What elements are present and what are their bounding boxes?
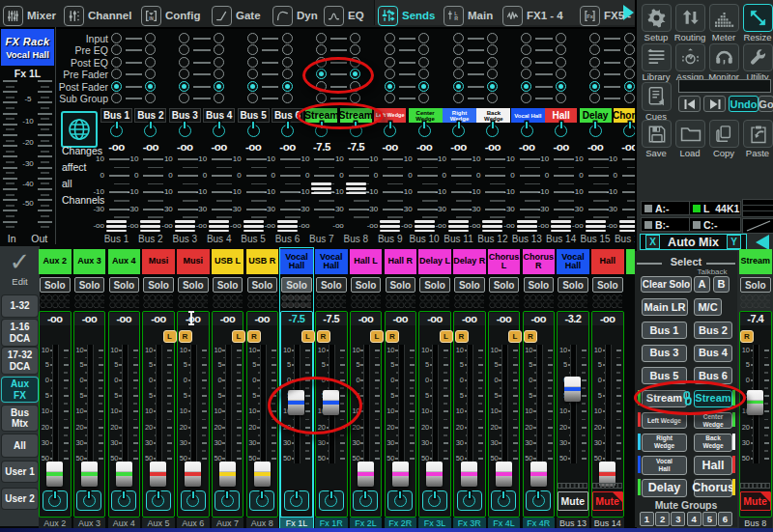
matrix-tap-post-fader-bus8[interactable] bbox=[350, 81, 360, 92]
matrix-tap-sub-group-bus15[interactable] bbox=[589, 93, 600, 103]
strip-name[interactable]: Delay L bbox=[418, 249, 451, 274]
channel-on-button[interactable] bbox=[491, 490, 516, 511]
go-button[interactable]: Go bbox=[759, 96, 773, 112]
solo-button[interactable]: Solo bbox=[316, 277, 347, 293]
matrix-tap-pre-fader-bus4[interactable] bbox=[214, 69, 224, 79]
send-fader-handle-2[interactable] bbox=[140, 220, 160, 231]
send-bus-header-1[interactable]: Bus 1 bbox=[100, 108, 132, 123]
fader-track[interactable] bbox=[122, 345, 129, 463]
matrix-tap-pre-eq-bus9[interactable] bbox=[385, 44, 395, 55]
send-enable-knob-12[interactable] bbox=[476, 125, 508, 137]
send-fader-handle-8[interactable] bbox=[346, 182, 366, 193]
strip-name[interactable]: USB L bbox=[212, 249, 244, 274]
transport-prev-button[interactable] bbox=[678, 96, 701, 112]
strip-name[interactable]: USB R bbox=[246, 249, 279, 274]
send-bus-header-11[interactable]: Right Wedge bbox=[443, 108, 476, 123]
fader-track[interactable] bbox=[467, 345, 473, 463]
edit-check-icon[interactable]: ✓ bbox=[0, 248, 40, 275]
send-enable-knob-11[interactable] bbox=[443, 125, 474, 137]
matrix-tap-post-fader-bus13[interactable] bbox=[521, 81, 531, 92]
tab-main[interactable]: LRMain bbox=[444, 3, 493, 28]
send-fader-handle-6[interactable] bbox=[277, 220, 298, 231]
fader-handle[interactable] bbox=[564, 377, 581, 402]
send-enable-knob-7[interactable] bbox=[305, 125, 337, 137]
fader-handle[interactable] bbox=[461, 462, 477, 487]
strip-name[interactable]: Aux 2 bbox=[39, 249, 72, 274]
mute-button[interactable]: Mute bbox=[740, 491, 771, 511]
matrix-tap-pre-eq-bus8[interactable] bbox=[350, 44, 360, 55]
matrix-tap-pre-eq-bus14[interactable] bbox=[556, 44, 566, 55]
sidebar-button-load[interactable] bbox=[675, 120, 705, 148]
send-bus-header-2[interactable]: Bus 2 bbox=[134, 108, 166, 123]
send-bus-header-5[interactable]: Bus 5 bbox=[238, 108, 270, 123]
mute-group-4[interactable]: 4 bbox=[687, 512, 701, 526]
matrix-tap-sub-group-bus13[interactable] bbox=[521, 93, 531, 103]
strip-name[interactable]: Delay R bbox=[453, 249, 486, 274]
solo-button[interactable]: Solo bbox=[558, 277, 588, 293]
matrix-tap-pre-eq-bus4[interactable] bbox=[214, 44, 224, 55]
fader-handle[interactable] bbox=[185, 462, 201, 487]
matrix-tap-sub-group-bus2[interactable] bbox=[145, 93, 156, 103]
strip-level-value[interactable]: -oo bbox=[74, 313, 105, 325]
send-bus-header-4[interactable]: Bus 4 bbox=[203, 108, 235, 123]
matrix-tap-post-eq-bus13[interactable] bbox=[521, 57, 531, 68]
select-button-center-wedge[interactable]: CenterWedge bbox=[694, 412, 732, 429]
talkback-b-button[interactable]: B bbox=[713, 276, 730, 293]
fader-handle[interactable] bbox=[392, 462, 409, 487]
matrix-tap-post-eq-bus8[interactable] bbox=[350, 57, 360, 68]
channel-on-button[interactable] bbox=[181, 490, 206, 511]
mute-group-5[interactable]: 5 bbox=[702, 512, 717, 526]
sidebar-button-utility[interactable] bbox=[743, 43, 773, 71]
matrix-tap-post-eq-bus2[interactable] bbox=[145, 57, 156, 68]
scene-name-field[interactable] bbox=[678, 79, 771, 93]
strip-name[interactable]: Hall L bbox=[350, 249, 383, 274]
send-fader-handle-9[interactable] bbox=[380, 220, 400, 231]
send-enable-knob-8[interactable] bbox=[340, 125, 372, 137]
select-button-vocal-hall[interactable]: VocalHall bbox=[642, 456, 687, 475]
matrix-tap-sub-group-bus4[interactable] bbox=[214, 93, 224, 103]
automix-x-button[interactable]: X bbox=[645, 235, 660, 249]
matrix-tap-post-eq-bus5[interactable] bbox=[247, 57, 258, 68]
send-fader-handle-15[interactable] bbox=[586, 220, 606, 231]
solo-button[interactable]: Solo bbox=[740, 277, 771, 293]
send-bus-header-10[interactable]: Center Wedge bbox=[409, 108, 443, 123]
matrix-tap-sub-group-bus7[interactable] bbox=[316, 93, 327, 103]
strip-level-value[interactable]: -oo bbox=[454, 313, 485, 325]
send-fader-handle-3[interactable] bbox=[175, 220, 195, 231]
fader-track[interactable] bbox=[398, 345, 405, 463]
channel-on-button[interactable] bbox=[526, 490, 551, 511]
strip-level-value[interactable]: -oo bbox=[489, 313, 520, 325]
rail-button-all[interactable]: All bbox=[2, 434, 38, 457]
channel-on-button[interactable] bbox=[319, 490, 344, 511]
matrix-tap-sub-group-bus14[interactable] bbox=[556, 93, 566, 103]
matrix-tap-sub-group-bus8[interactable] bbox=[350, 93, 360, 103]
fader-handle[interactable] bbox=[150, 462, 166, 487]
matrix-tap-post-fader-bus3[interactable] bbox=[179, 81, 189, 92]
matrix-tap-pre-fader-bus10[interactable] bbox=[418, 69, 429, 79]
talkback-a-button[interactable]: A bbox=[694, 276, 710, 293]
solo-button[interactable]: Solo bbox=[351, 277, 382, 293]
tab-config[interactable]: INConfig bbox=[141, 3, 200, 28]
channel-on-button[interactable] bbox=[146, 490, 171, 511]
select-button-hall[interactable]: Hall bbox=[694, 456, 732, 475]
strip-name[interactable]: Hall R bbox=[385, 249, 417, 274]
mute-button[interactable]: Mute bbox=[558, 491, 588, 511]
matrix-tap-pre-eq-bus11[interactable] bbox=[453, 44, 464, 55]
matrix-tap-post-fader-bus10[interactable] bbox=[418, 81, 429, 92]
send-fader-handle-10[interactable] bbox=[415, 220, 435, 231]
matrix-tap-post-fader-bus9[interactable] bbox=[385, 81, 395, 92]
matrix-tap-pre-fader-bus9[interactable] bbox=[385, 69, 395, 79]
matrix-tap-post-fader-bus7[interactable] bbox=[316, 81, 327, 92]
solo-button[interactable]: Solo bbox=[143, 277, 174, 293]
send-bus-header-3[interactable]: Bus 3 bbox=[169, 108, 201, 123]
matrix-tap-input-bus10[interactable] bbox=[418, 33, 429, 43]
fader-handle[interactable] bbox=[747, 390, 763, 415]
tab-gate[interactable]: Gate bbox=[212, 3, 261, 28]
matrix-tap-pre-eq-bus3[interactable] bbox=[179, 44, 189, 55]
fx-rack-header[interactable]: FX Rack Vocal Hall bbox=[1, 29, 54, 66]
solo-button[interactable]: Solo bbox=[592, 277, 623, 293]
send-enable-knob-13[interactable] bbox=[511, 125, 543, 137]
send-enable-knob-1[interactable] bbox=[100, 125, 132, 137]
channel-on-button[interactable] bbox=[249, 490, 274, 511]
select-button-delay[interactable]: Delay bbox=[642, 479, 687, 498]
